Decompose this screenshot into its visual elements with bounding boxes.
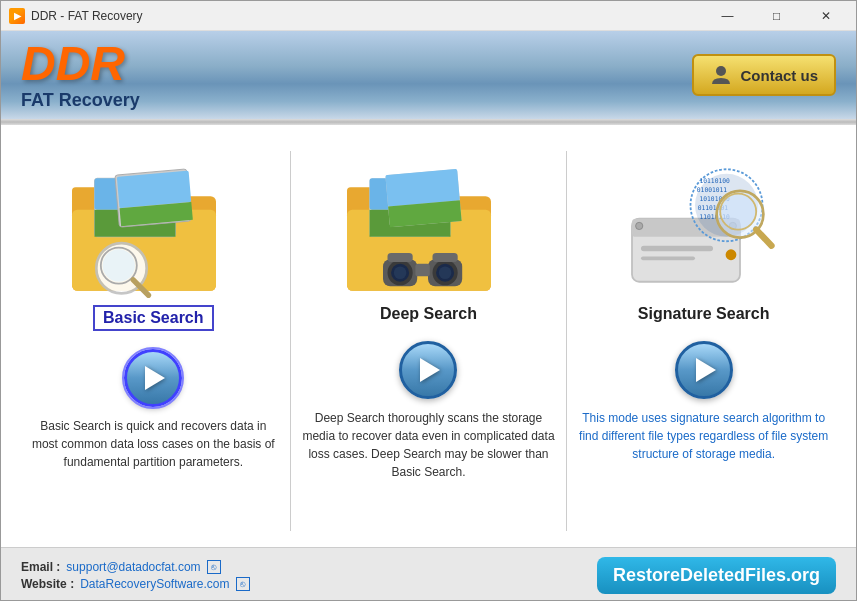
signature-search-play-button[interactable] [675, 341, 733, 399]
website-link[interactable]: DataRecoverySoftware.com [80, 577, 229, 591]
window-controls: — □ ✕ [705, 1, 848, 31]
deep-search-title: Deep Search [380, 305, 477, 323]
svg-point-34 [439, 266, 452, 279]
svg-rect-37 [433, 253, 458, 262]
svg-text:01001011: 01001011 [696, 186, 727, 193]
app-subtitle: FAT Recovery [21, 90, 140, 111]
app-logo: DDR FAT Recovery [21, 40, 140, 111]
play-icon [145, 366, 165, 390]
svg-rect-11 [117, 171, 191, 209]
svg-text:10110100: 10110100 [699, 177, 730, 184]
email-row: Email : support@datadocfat.com ⎋ [21, 560, 250, 574]
signature-search-title: Signature Search [638, 305, 770, 323]
signature-search-desc: This mode uses signature search algorith… [576, 409, 831, 463]
website-label: Website : [21, 577, 74, 591]
contact-btn-label: Contact us [740, 67, 818, 84]
svg-rect-35 [416, 264, 430, 277]
deep-search-desc: Deep Search thoroughly scans the storage… [301, 409, 556, 481]
ddr-text: DDR [21, 40, 140, 88]
restore-badge[interactable]: RestoreDeletedFiles.org [597, 557, 836, 594]
footer: Email : support@datadocfat.com ⎋ Website… [1, 547, 856, 601]
svg-rect-36 [388, 253, 413, 262]
deep-search-option: Deep Search Deep Search thoroughly scans… [301, 155, 556, 481]
svg-rect-42 [641, 257, 695, 261]
deep-search-icon [338, 155, 518, 305]
contact-us-button[interactable]: Contact us [692, 54, 836, 96]
signature-search-icon: 10110100 01001011 10101010 01101001 1101… [614, 155, 794, 305]
signature-search-option: 10110100 01001011 10101010 01101001 1101… [576, 155, 831, 463]
website-row: Website : DataRecoverySoftware.com ⎋ [21, 577, 250, 591]
svg-point-53 [720, 194, 756, 230]
app-icon: ▶ [9, 8, 25, 24]
footer-links: Email : support@datadocfat.com ⎋ Website… [21, 560, 250, 591]
close-button[interactable]: ✕ [803, 1, 848, 31]
deep-search-play-button[interactable] [399, 341, 457, 399]
svg-point-40 [725, 249, 736, 260]
basic-search-icon [63, 155, 243, 305]
email-label: Email : [21, 560, 60, 574]
email-link[interactable]: support@datadocfat.com [66, 560, 200, 574]
svg-point-16 [103, 249, 135, 281]
titlebar-title: DDR - FAT Recovery [31, 9, 705, 23]
play-icon [420, 358, 440, 382]
divider-2 [566, 151, 567, 531]
svg-point-0 [716, 66, 726, 76]
maximize-button[interactable]: □ [754, 1, 799, 31]
website-link-icon: ⎋ [236, 577, 250, 591]
main-content: Basic Search Basic Search is quick and r… [1, 125, 856, 547]
svg-rect-25 [386, 169, 460, 207]
email-link-icon: ⎋ [207, 560, 221, 574]
divider-1 [290, 151, 291, 531]
basic-search-title: Basic Search [93, 305, 214, 331]
basic-search-play-button[interactable] [124, 349, 182, 407]
header: DDR FAT Recovery Contact us [1, 31, 856, 119]
basic-search-desc: Basic Search is quick and recovers data … [26, 417, 281, 471]
svg-point-30 [394, 266, 407, 279]
minimize-button[interactable]: — [705, 1, 750, 31]
svg-line-54 [756, 230, 771, 246]
basic-search-option: Basic Search Basic Search is quick and r… [26, 155, 281, 471]
titlebar: ▶ DDR - FAT Recovery — □ ✕ [1, 1, 856, 31]
person-icon [710, 64, 732, 86]
play-icon [696, 358, 716, 382]
svg-rect-41 [641, 246, 713, 251]
svg-point-43 [635, 222, 642, 229]
